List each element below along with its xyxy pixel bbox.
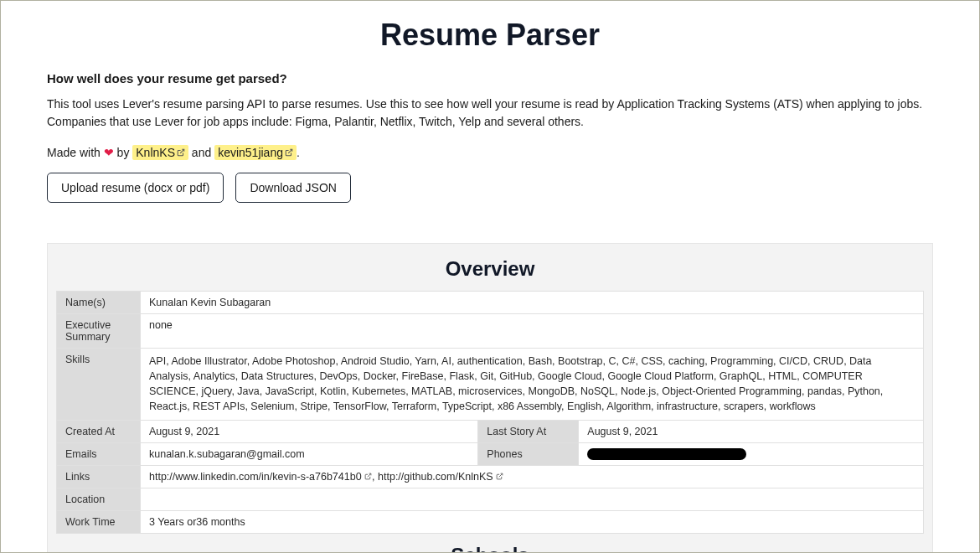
svg-line-3 — [499, 473, 503, 477]
label-phones: Phones — [478, 442, 579, 466]
overview-table: Name(s) Kunalan Kevin Subagaran Executiv… — [56, 291, 924, 534]
redacted-bar — [587, 448, 746, 460]
label-location: Location — [57, 488, 141, 511]
value-names: Kunalan Kevin Subagaran — [141, 292, 924, 314]
external-link-icon — [177, 146, 185, 154]
link-linkedin[interactable]: http://www.linkedin.com/in/kevin-s-a76b7… — [149, 471, 362, 483]
heart-icon: ❤ — [104, 146, 114, 159]
value-created-at: August 9, 2021 — [141, 420, 478, 442]
author-link-2[interactable]: kevin51jiang — [214, 145, 297, 160]
external-link-icon — [496, 471, 503, 483]
schools-title: Schools — [48, 544, 932, 553]
external-link-icon — [364, 471, 372, 483]
page-title: Resume Parser — [47, 18, 933, 53]
value-emails: kunalan.k.subagaran@gmail.com — [141, 442, 478, 466]
table-row: Skills API, Adobe Illustrator, Adobe Pho… — [57, 349, 924, 421]
svg-line-1 — [288, 149, 292, 153]
label-links: Links — [57, 466, 141, 488]
subtitle: How well does your resume get parsed? — [47, 71, 933, 85]
upload-button[interactable]: Upload resume (docx or pdf) — [47, 173, 224, 203]
credits-and: and — [188, 146, 214, 159]
table-row: Links http://www.linkedin.com/in/kevin-s… — [57, 466, 924, 488]
svg-line-2 — [368, 473, 371, 477]
value-links: http://www.linkedin.com/in/kevin-s-a76b7… — [141, 466, 924, 488]
label-created-at: Created At — [57, 420, 141, 442]
credits-period: . — [297, 146, 300, 159]
overview-title: Overview — [48, 257, 932, 281]
value-last-story: August 9, 2021 — [579, 420, 924, 442]
label-work-time: Work Time — [57, 511, 141, 534]
value-skills: API, Adobe Illustrator, Adobe Photoshop,… — [141, 349, 924, 421]
label-exec-summary: Executive Summary — [57, 314, 141, 349]
link-github[interactable]: http://github.com/KnlnKS — [378, 471, 493, 483]
table-row: Name(s) Kunalan Kevin Subagaran — [57, 292, 924, 314]
label-names: Name(s) — [57, 292, 141, 314]
value-phones — [579, 442, 924, 466]
link-sep: , — [372, 471, 378, 483]
label-last-story: Last Story At — [478, 420, 579, 442]
download-button[interactable]: Download JSON — [235, 173, 351, 203]
value-location — [141, 488, 924, 511]
value-work-time: 3 Years or36 months — [141, 511, 924, 534]
author-link-1[interactable]: KnlnKS — [132, 145, 188, 160]
credits-by: by — [114, 146, 133, 159]
credits-prefix: Made with — [47, 146, 104, 159]
external-link-icon — [285, 146, 293, 154]
label-emails: Emails — [57, 442, 141, 466]
results-panel: Overview Name(s) Kunalan Kevin Subagaran… — [47, 243, 933, 553]
label-skills: Skills — [57, 349, 141, 421]
table-row: Emails kunalan.k.subagaran@gmail.com Pho… — [57, 442, 924, 466]
table-row: Created At August 9, 2021 Last Story At … — [57, 420, 924, 442]
table-row: Work Time 3 Years or36 months — [57, 511, 924, 534]
table-row: Location — [57, 488, 924, 511]
description: This tool uses Lever's resume parsing AP… — [47, 96, 933, 131]
table-row: Executive Summary none — [57, 314, 924, 349]
svg-line-0 — [180, 149, 184, 153]
credits-line: Made with ❤ by KnlnKS and kevin51jiang. — [47, 146, 933, 159]
button-row: Upload resume (docx or pdf) Download JSO… — [47, 173, 933, 203]
value-exec-summary: none — [141, 314, 924, 349]
